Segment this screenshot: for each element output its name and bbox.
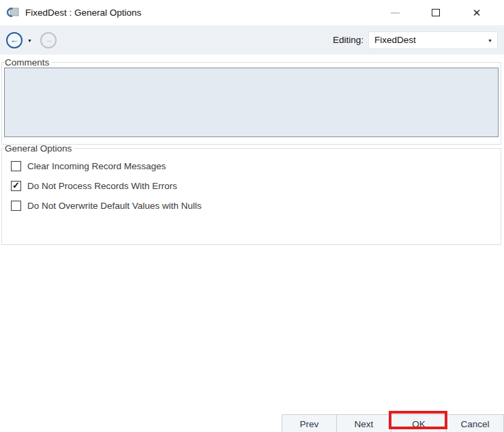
checkbox-label: Do Not Process Records With Errors — [27, 181, 177, 191]
forward-arrow-icon: → — [44, 35, 53, 44]
checkmark-icon: ✓ — [12, 181, 20, 190]
general-options-groupbox: General Options ✓ Clear Incoming Record … — [1, 143, 501, 245]
comments-groupbox-label: Comments — [4, 57, 52, 68]
comments-textarea[interactable] — [4, 68, 499, 137]
checkbox-label: Do Not Overwrite Default Values with Nul… — [27, 201, 202, 211]
forward-button[interactable]: → — [40, 32, 57, 48]
next-button[interactable]: Next — [336, 414, 391, 432]
checkbox-label: Clear Incoming Record Messages — [27, 161, 166, 171]
close-icon: ✕ — [473, 8, 481, 18]
cancel-button[interactable]: Cancel — [446, 414, 504, 432]
app-window-icon — [6, 7, 20, 19]
maximize-icon — [432, 9, 440, 16]
chevron-down-icon: ▼ — [488, 38, 492, 43]
option-row-do-not-process[interactable]: ✓ Do Not Process Records With Errors — [11, 179, 499, 192]
minimize-button[interactable] — [374, 0, 415, 25]
editing-combobox-value: FixedDest — [374, 35, 416, 45]
comments-groupbox: Comments — [1, 57, 501, 145]
general-options-groupbox-label: General Options — [4, 143, 74, 154]
prev-button[interactable]: Prev — [282, 414, 337, 432]
footer-button-row: Prev Next OK Cancel — [282, 414, 504, 432]
minimize-icon — [391, 12, 400, 14]
ok-button[interactable]: OK — [391, 414, 447, 432]
title-bar: FixedDest : General Options ✕ — [0, 0, 504, 25]
close-button[interactable]: ✕ — [456, 0, 497, 25]
editing-combobox[interactable]: FixedDest ▼ — [368, 31, 498, 49]
checkbox-clear-incoming-record-messages[interactable]: ✓ — [11, 161, 21, 171]
option-row-clear-incoming[interactable]: ✓ Clear Incoming Record Messages — [11, 160, 499, 172]
back-button[interactable]: ← — [6, 32, 23, 48]
checkbox-do-not-overwrite-default-values[interactable]: ✓ — [11, 201, 21, 211]
option-row-do-not-overwrite[interactable]: ✓ Do Not Overwrite Default Values with N… — [11, 199, 499, 212]
window-title: FixedDest : General Options — [25, 8, 141, 18]
checkbox-do-not-process-records-with-errors[interactable]: ✓ — [11, 181, 21, 191]
window-controls: ✕ — [374, 0, 497, 25]
back-arrow-icon: ← — [10, 35, 19, 44]
toolbar: ← ▼ → Editing: FixedDest ▼ — [0, 25, 504, 55]
editing-label: Editing: — [333, 35, 364, 45]
back-history-dropdown[interactable]: ▼ — [27, 38, 32, 43]
maximize-button[interactable] — [415, 0, 456, 25]
editing-group: Editing: FixedDest ▼ — [333, 31, 498, 49]
